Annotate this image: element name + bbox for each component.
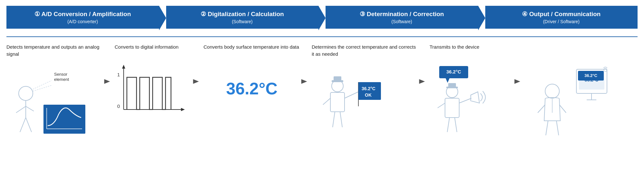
convert-illustration: 36.2°C [204, 63, 300, 137]
sensor-section: Detects temperature and outputs an analo… [6, 43, 103, 138]
header-banner: ① A/D Conversion / Amplification (A/D co… [6, 6, 638, 29]
svg-rect-10 [43, 105, 85, 134]
svg-line-46 [438, 103, 445, 108]
digital-section: Converts to digital information 1 0 [115, 43, 192, 137]
transmit-section: Transmits to the device 36.2°C [430, 43, 513, 138]
convert-section: Converts body surface temperature into d… [204, 43, 300, 137]
step4-subtitle: (Driver / Software) [543, 19, 580, 24]
convert-description: Converts body surface temperature into d… [204, 43, 299, 59]
digital-svg: 1 0 [115, 63, 185, 127]
svg-text:36.2°C: 36.2°C [446, 69, 461, 74]
digital-illustration: 1 0 [115, 63, 192, 137]
svg-text:36.2°C: 36.2°C [584, 73, 598, 78]
determine-section: Determines the correct temperature and c… [312, 43, 418, 138]
svg-line-42 [447, 118, 450, 132]
digital-description: Converts to digital information [115, 43, 178, 59]
svg-line-6 [33, 81, 52, 89]
arrow2 [192, 43, 204, 87]
step4-header: ④ Output / Communication (Driver / Softw… [485, 6, 638, 29]
svg-line-44 [459, 98, 471, 103]
arrow5 [513, 43, 525, 87]
svg-marker-21 [301, 79, 307, 83]
svg-point-0 [19, 86, 33, 100]
temperature-display: 36.2°C [204, 63, 300, 98]
svg-rect-25 [330, 92, 345, 112]
svg-line-7 [33, 85, 52, 91]
transmit-description: Transmits to the device [430, 43, 479, 59]
svg-marker-18 [181, 108, 185, 111]
svg-line-27 [340, 112, 342, 127]
svg-line-57 [546, 121, 548, 135]
sensor-illustration: Sensor element [6, 63, 103, 138]
divider [6, 36, 638, 37]
svg-line-3 [26, 106, 34, 111]
determine-svg: 36.2°C OK [312, 63, 412, 137]
svg-marker-47 [515, 79, 520, 83]
arrow4 [418, 43, 430, 87]
svg-line-60 [559, 105, 566, 113]
determine-illustration: 36.2°C OK [312, 63, 418, 138]
svg-text:1: 1 [117, 72, 120, 77]
transmit-illustration: 36.2°C [430, 63, 513, 138]
sensor-svg: Sensor element [6, 63, 100, 137]
svg-marker-20 [193, 79, 199, 83]
svg-line-59 [538, 105, 545, 113]
page-wrapper: ① A/D Conversion / Amplification (A/D co… [0, 0, 644, 141]
transmit-svg: 36.2°C [430, 63, 510, 137]
svg-rect-40 [448, 83, 456, 87]
arrow3 [300, 43, 312, 87]
svg-text:36.2°C: 36.2°C [362, 86, 375, 91]
output-svg: 36.2°C 36.2°C [525, 63, 612, 137]
step3-subtitle: (Software) [391, 19, 412, 24]
step1-title: ① A/D Conversion / Amplification [34, 10, 131, 18]
sensor-description: Detects temperature and outputs an analo… [6, 43, 103, 59]
svg-text:OK: OK [365, 92, 372, 98]
arrow1 [103, 43, 115, 87]
step2-header: ② Digitalization / Calculation (Software… [166, 6, 319, 29]
svg-marker-37 [446, 78, 450, 83]
svg-line-2 [16, 106, 26, 113]
svg-line-28 [345, 92, 358, 98]
svg-marker-13 [104, 79, 110, 83]
svg-marker-19 [122, 65, 125, 69]
svg-line-5 [26, 118, 32, 132]
content-area: Detects temperature and outputs an analo… [6, 43, 638, 138]
step2-subtitle: (Software) [232, 19, 253, 24]
step3-header: ③ Determination / Correction (Software) [326, 6, 478, 29]
svg-point-56 [545, 84, 559, 98]
svg-line-33 [323, 98, 330, 105]
output-illustration: 36.2°C 36.2°C [525, 63, 615, 138]
svg-text:Sensor: Sensor [54, 72, 68, 77]
output-section: 36.2°C 36.2°C [525, 43, 615, 138]
svg-line-4 [20, 118, 26, 132]
determine-description: Determines the correct temperature and c… [312, 43, 418, 59]
svg-marker-34 [419, 79, 425, 83]
svg-rect-24 [334, 76, 341, 81]
step4-title: ④ Output / Communication [522, 10, 601, 18]
step2-title: ② Digitalization / Calculation [201, 10, 284, 18]
svg-text:0: 0 [117, 103, 120, 109]
svg-line-58 [556, 121, 559, 135]
svg-rect-41 [445, 98, 459, 118]
svg-line-26 [333, 112, 335, 127]
svg-text:element: element [54, 77, 69, 82]
step1-header: ① A/D Conversion / Amplification (A/D co… [6, 6, 159, 29]
svg-line-43 [455, 118, 457, 132]
step1-subtitle: (A/D converter) [67, 19, 98, 24]
step3-title: ③ Determination / Correction [360, 10, 444, 18]
